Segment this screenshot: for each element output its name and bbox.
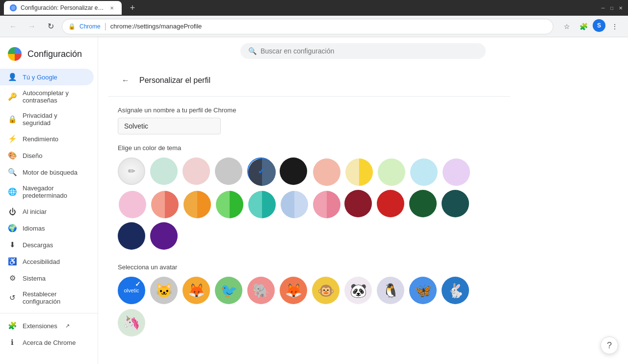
tab-favicon [10,4,17,11]
color-swatch-gray[interactable] [215,157,242,185]
sidebar-item-navegador[interactable]: 🌐Navegador predeterminado [0,181,94,203]
color-swatch-rose[interactable] [183,157,210,185]
avatar-grid: olvetic✓🐱🦊🐦🐘🦊🐵🐼🐧🦋🐇🦄 [118,277,500,337]
sidebar-logo: Configuración [0,43,98,69]
color-swatch-purple[interactable] [150,222,178,250]
settings-content: ← Personalizar el perfil Asígnale un nom… [98,65,520,356]
avatar-solvetic[interactable]: olvetic✓ [118,277,145,304]
sidebar-item-motor[interactable]: 🔍Motor de búsqueda [0,164,94,181]
color-swatch-dark-green[interactable] [409,190,437,217]
color-swatch-salmon-mid[interactable] [150,190,178,217]
color-swatch-green-light[interactable] [377,157,404,185]
sidebar-item-accesibilidad[interactable]: ♿Accesibilidad [0,253,94,270]
color-swatch-crimson[interactable] [344,190,372,217]
color-swatch-teal-mid[interactable] [247,190,275,217]
sidebar-item-rendimiento[interactable]: ⚡Rendimiento [0,130,94,147]
reload-button[interactable]: ↻ [43,19,58,34]
avatar-panda[interactable]: 🐼 [344,277,372,304]
sidebar-label-acerca: Acerca de Chrome [23,339,76,346]
back-button[interactable]: ← [118,73,133,88]
color-swatch-red[interactable] [377,190,404,217]
minimize-button[interactable]: ─ [600,4,606,11]
color-swatch-blue-mid[interactable] [280,190,307,217]
back-nav-button[interactable]: ← [6,19,21,34]
color-swatch-dark-teal[interactable] [442,190,469,217]
sidebar-item-restablecer[interactable]: ↺Restablecer configuración [0,286,94,309]
sidebar-label-tu-y-google: Tú y Google [23,74,57,81]
sidebar-label-navegador: Navegador predeterminado [23,184,86,199]
address-bar[interactable]: 🔒 Chrome | chrome://settings/manageProfi… [62,19,553,34]
avatar-selected-checkmark: ✓ [133,280,142,288]
avatar-elephant[interactable]: 🐘 [247,277,275,304]
sidebar-item-al-iniciar[interactable]: ⏻Al iniciar [0,203,94,220]
avatar-rabbit[interactable]: 🐇 [442,277,469,304]
avatar-monkey[interactable]: 🐵 [312,277,340,304]
avatar-crane[interactable]: 🐦 [215,277,242,304]
sidebar-label-diseno: Diseño [23,152,42,159]
color-swatch-green-mid[interactable] [215,190,242,217]
avatar-unicorn[interactable]: 🦄 [118,309,145,337]
sidebar-icon-rendimiento: ⚡ [8,134,17,143]
sidebar-icon-restablecer: ↺ [8,293,17,302]
color-swatch-lavender-light[interactable] [442,157,469,185]
avatar-emoji: 🐱 [156,283,173,299]
color-selected-checkmark: ✓ [258,166,265,177]
color-swatch-pink-light[interactable] [118,190,145,217]
sidebar-item-autocompletar[interactable]: 🔑Autocompletar y contraseñas [0,85,94,108]
menu-button[interactable]: ⋮ [607,19,622,34]
color-swatch-mint[interactable] [150,157,178,185]
sidebar-item-idiomas[interactable]: 🌍Idiomas [0,220,94,236]
avatar-fox2[interactable]: 🦊 [280,277,307,304]
window-controls: ─ □ ✕ [600,4,624,11]
color-picker-icon: ✏ [128,166,135,177]
color-swatch-cyan-light[interactable] [409,157,437,185]
bookmark-button[interactable]: ☆ [559,19,574,34]
maximize-button[interactable]: □ [608,4,615,11]
active-tab[interactable]: Configuración: Personalizar el p... ✕ [4,1,122,15]
sidebar-items-container: 👤Tú y Google🔑Autocompletar y contraseñas… [0,69,98,351]
search-bar: 🔍 [240,43,486,59]
sidebar-item-descargas[interactable]: ⬇Descargas [0,236,94,253]
color-swatch-yellow-light[interactable] [344,157,372,185]
sidebar-icon-autocompletar: 🔑 [8,92,17,101]
sidebar-icon-accesibilidad: ♿ [8,257,17,266]
sidebar-item-diseno[interactable]: 🎨Diseño [0,147,94,164]
search-input[interactable] [261,47,478,55]
color-swatch-pink-mid[interactable] [312,190,340,217]
sidebar-item-acerca[interactable]: ℹAcerca de Chrome [0,334,94,351]
profile-name-input[interactable] [118,118,221,134]
avatar-emoji: 🦊 [188,283,205,299]
avatar-fox[interactable]: 🦊 [183,277,210,304]
avatar-emoji: 🦄 [123,315,140,331]
sidebar-icon-descargas: ⬇ [8,240,17,249]
avatar-cat[interactable]: 🐱 [150,277,178,304]
sidebar-item-sistema[interactable]: ⚙Sistema [0,270,94,286]
color-swatch-navy[interactable] [118,222,145,250]
color-swatch-black[interactable] [280,157,307,185]
sidebar-label-sistema: Sistema [23,275,46,282]
forward-nav-button[interactable]: → [25,19,39,34]
chrome-label: Chrome [79,23,101,30]
new-tab-button[interactable]: + [126,1,139,15]
sidebar-item-extensiones[interactable]: 🧩Extensiones↗ [0,317,94,334]
avatar-emoji: 🦋 [415,283,432,299]
content-area: 🔍 ← Personalizar el perfil Asígnale un n… [98,37,628,364]
tab-close-button[interactable]: ✕ [108,4,116,12]
avatar-emoji: 🐵 [317,283,335,299]
color-swatch-salmon-light[interactable] [312,157,340,185]
avatar-penguin[interactable]: 🐧 [377,277,404,304]
sidebar-item-privacidad[interactable]: 🔒Privacidad y seguridad [0,108,94,130]
sidebar-label-accesibilidad: Accesibilidad [23,258,60,265]
main-content: Configuración 👤Tú y Google🔑Autocompletar… [0,37,628,364]
profile-button[interactable]: S [593,19,605,32]
avatar-butterfly[interactable]: 🦋 [409,277,437,304]
color-swatch-orange-mid[interactable] [183,190,210,217]
assistant-icon[interactable]: ? [601,337,618,354]
sidebar-item-tu-y-google[interactable]: 👤Tú y Google [0,69,94,85]
sidebar-label-motor: Motor de búsqueda [23,169,78,176]
extension-button[interactable]: 🧩 [576,19,591,34]
color-swatch-dark-gray-blue[interactable]: ✓ [247,157,275,185]
close-button[interactable]: ✕ [617,4,624,11]
avatar-emoji: 🐧 [382,283,399,299]
color-swatch-custom[interactable]: ✏ [118,157,145,185]
